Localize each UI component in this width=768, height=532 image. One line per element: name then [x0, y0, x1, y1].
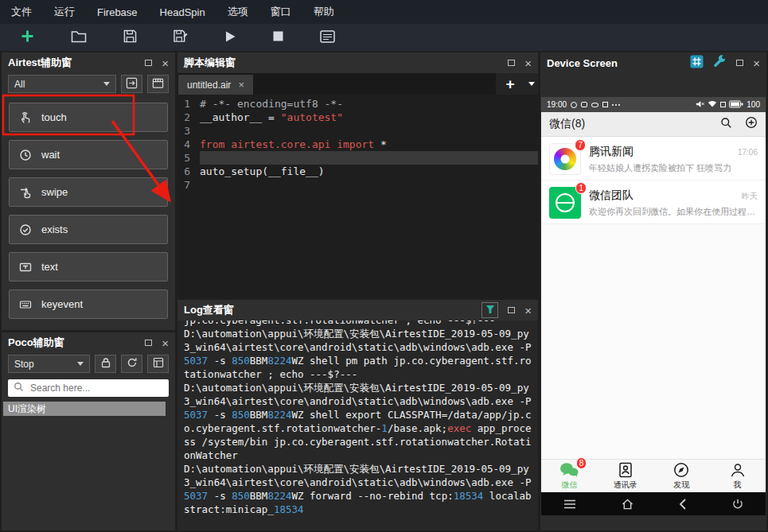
wx-tab-discover[interactable]: 发现: [653, 460, 710, 492]
float-panel-icon[interactable]: [736, 60, 743, 66]
menu-run[interactable]: 运行: [43, 0, 86, 24]
stop-script-button[interactable]: [273, 31, 283, 44]
insert-snippet-button[interactable]: [121, 75, 142, 93]
phone-mirror[interactable]: 19:00 100: [541, 97, 766, 515]
log-output[interactable]: jp.co.cyberagent.stf.rotationwatcher ; e…: [177, 320, 538, 530]
funnel-icon: [485, 305, 495, 316]
poco-mode-select[interactable]: Stop: [8, 355, 90, 373]
code-token: "autotest": [281, 111, 343, 123]
poco-tree-root[interactable]: UI渲染树: [3, 402, 166, 416]
wx-tab-label: 我: [734, 480, 742, 491]
poco-search-input[interactable]: [29, 382, 163, 394]
menu-headspin[interactable]: HeadSpin: [149, 0, 216, 24]
poco-search-box[interactable]: [8, 379, 169, 397]
chat-main: 腾讯新闻17:06年轻姑娘人遭拐卖险被拍下 狂喷骂力: [589, 143, 758, 180]
wechat-title: 微信(8): [549, 117, 585, 131]
contacts-icon: [618, 462, 634, 478]
back-button[interactable]: [679, 499, 687, 510]
chevron-down-icon: [103, 82, 110, 86]
lock-button[interactable]: [95, 355, 116, 373]
log-entry: D:\automation\appui\环境配置\安装包\AirtestIDE_…: [184, 462, 532, 516]
run-script-button[interactable]: [224, 30, 236, 45]
menu-file[interactable]: 文件: [0, 0, 43, 24]
record-button[interactable]: [147, 75, 169, 93]
action-label: text: [41, 261, 58, 273]
close-panel-icon[interactable]: ×: [524, 57, 532, 69]
chat-top: 腾讯新闻17:06: [589, 145, 758, 159]
wait-icon: [19, 149, 32, 161]
float-panel-icon[interactable]: [145, 340, 152, 346]
search-icon: [14, 381, 24, 395]
airtest-filter-select[interactable]: All: [8, 75, 116, 93]
line-number: 7: [177, 178, 200, 192]
new-tab-button[interactable]: +: [496, 73, 524, 95]
action-swipe[interactable]: swipe: [9, 177, 168, 207]
plus-icon: [21, 29, 34, 45]
chat-list-item[interactable]: 1微信团队昨天欢迎你再次回到微信。如果你在使用过程中有...: [541, 181, 766, 224]
save-button[interactable]: [123, 29, 137, 45]
new-script-button[interactable]: [21, 29, 34, 45]
float-panel-icon[interactable]: [145, 60, 152, 66]
discover-icon: [673, 462, 689, 478]
log-entry: D:\automation\appui\环境配置\安装包\AirtestIDE_…: [184, 327, 532, 381]
home-button[interactable]: [622, 499, 634, 510]
editor-tabbar: untitled.air × +: [177, 73, 538, 95]
log-filter-button[interactable]: [481, 302, 498, 318]
log-token: WZ forward --no-rebind tcp:: [291, 490, 453, 502]
chat-list-item[interactable]: 7腾讯新闻17:06年轻姑娘人遭拐卖险被拍下 狂喷骂力: [541, 137, 766, 181]
tab-close-icon[interactable]: ×: [238, 79, 244, 91]
log-token: exec: [447, 422, 471, 434]
float-panel-icon[interactable]: [508, 60, 515, 66]
action-text[interactable]: text: [9, 252, 168, 282]
log-panel-title: Log查看窗: [184, 303, 234, 317]
tab-untitled-air[interactable]: untitled.air ×: [178, 75, 253, 95]
menu-window[interactable]: 窗口: [259, 0, 302, 24]
power-button[interactable]: [732, 499, 743, 510]
log-token: 5037: [184, 355, 208, 367]
wx-tab-contacts[interactable]: 通讯录: [598, 460, 654, 492]
airtest-panel: Airtest辅助窗 × All touchwaitswipeexiststex…: [2, 52, 175, 330]
add-icon[interactable]: [745, 116, 758, 132]
action-exists[interactable]: exists: [9, 215, 168, 244]
tools-icon: [713, 55, 727, 71]
action-wait[interactable]: wait: [9, 140, 168, 169]
close-panel-icon[interactable]: ×: [524, 305, 532, 316]
close-panel-icon[interactable]: ×: [753, 57, 760, 69]
code-text: [200, 178, 538, 192]
wx-tab-wechat[interactable]: 8微信: [541, 460, 598, 492]
device-tools-button[interactable]: [713, 55, 727, 71]
airtest-panel-header: Airtest辅助窗 ×: [2, 52, 175, 73]
action-touch[interactable]: touch: [9, 103, 168, 132]
log-token: 5037: [184, 490, 208, 502]
close-panel-icon[interactable]: ×: [162, 57, 169, 69]
wechat-chat-list: 7腾讯新闻17:06年轻姑娘人遭拐卖险被拍下 狂喷骂力1微信团队昨天欢迎你再次回…: [541, 137, 766, 224]
menu-help[interactable]: 帮助: [302, 0, 345, 24]
screen-grid-button[interactable]: [690, 55, 704, 71]
poco-panel: Poco辅助窗 × Stop: [2, 332, 175, 530]
float-panel-icon[interactable]: [508, 307, 515, 313]
exists-icon: [19, 223, 32, 236]
code-editor[interactable]: 1# -*- encoding=utf8 -*-2__author__ = "a…: [177, 95, 538, 297]
save-as-button[interactable]: [173, 29, 188, 45]
device-panel-title: Device Screen: [547, 57, 618, 69]
refresh-button[interactable]: [121, 355, 142, 373]
poco-window-buttons: ×: [145, 337, 169, 349]
device-window-buttons: ×: [690, 55, 760, 71]
menu-options[interactable]: 选项: [216, 0, 259, 24]
android-nav-bar: [541, 492, 766, 515]
code-token: from airtest.core.api import: [200, 138, 374, 150]
lock-icon: [100, 357, 111, 371]
menu-firebase[interactable]: Firebase: [86, 0, 149, 24]
poco-mode-value: Stop: [14, 359, 34, 370]
inspector-button[interactable]: [147, 355, 169, 373]
search-icon[interactable]: [720, 117, 732, 132]
tab-list-dropdown[interactable]: [524, 73, 538, 95]
device-log-button[interactable]: [320, 30, 335, 45]
open-script-button[interactable]: [71, 30, 87, 45]
refresh-icon: [127, 357, 138, 371]
wifi-icon: [708, 100, 717, 109]
action-keyevent[interactable]: keyevent: [9, 289, 168, 319]
wx-tab-me[interactable]: 我: [710, 460, 766, 492]
menu-button[interactable]: [563, 499, 576, 509]
close-panel-icon[interactable]: ×: [162, 337, 169, 349]
